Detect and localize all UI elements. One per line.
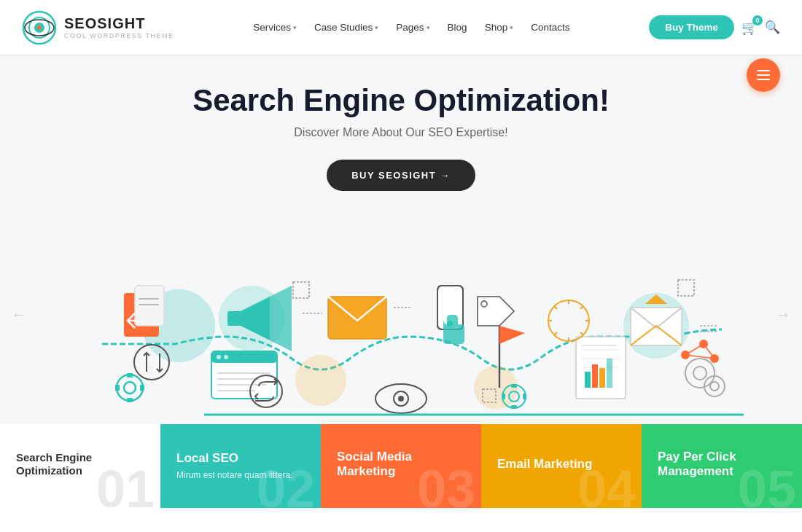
- svg-point-45: [398, 396, 404, 402]
- svg-line-83: [704, 344, 715, 359]
- svg-rect-90: [502, 394, 505, 399]
- bottom-cards: 01Search Engine Optimization02Local SEOM…: [0, 424, 802, 508]
- svg-point-61: [685, 359, 715, 388]
- svg-rect-91: [523, 394, 526, 399]
- svg-point-38: [295, 355, 346, 406]
- bottom-card-search-engine-optimization[interactable]: 01Search Engine Optimization: [0, 424, 160, 508]
- hero-cta-button[interactable]: BUY SEOSIGHT →: [327, 160, 475, 191]
- svg-marker-48: [499, 326, 525, 344]
- svg-rect-58: [592, 364, 598, 388]
- illustration-area: ← →: [0, 206, 802, 424]
- cart-badge: 0: [752, 15, 763, 26]
- services-dropdown-arrow: ▾: [293, 24, 297, 31]
- bottom-card-local-seo[interactable]: 02Local SEOMirum est notare quam littera…: [160, 424, 321, 508]
- svg-point-15: [117, 375, 143, 401]
- nav-services[interactable]: Services ▾: [246, 16, 304, 39]
- svg-rect-89: [511, 405, 517, 409]
- cart-button[interactable]: 🛒 0: [741, 20, 758, 36]
- logo-icon: [22, 10, 57, 45]
- next-slide-button[interactable]: →: [775, 305, 791, 324]
- svg-rect-18: [127, 398, 133, 402]
- svg-point-16: [124, 382, 136, 394]
- svg-rect-57: [585, 372, 591, 388]
- case-studies-dropdown-arrow: ▾: [375, 24, 378, 31]
- svg-rect-68: [678, 280, 694, 296]
- svg-rect-31: [211, 351, 277, 363]
- svg-point-33: [224, 355, 228, 359]
- bottom-card-email-marketing[interactable]: 04Email Marketing: [481, 424, 642, 508]
- svg-rect-88: [511, 384, 517, 388]
- nav-blog[interactable]: Blog: [440, 16, 475, 39]
- main-nav: Services ▾ Case Studies ▾ Pages ▾ Blog S…: [246, 16, 577, 39]
- logo-title: SEOSIGHT: [64, 15, 174, 32]
- svg-rect-21: [293, 282, 309, 298]
- logo[interactable]: SEOSIGHT COOL WORDPRESS THEME: [22, 10, 174, 45]
- svg-point-46: [474, 366, 518, 410]
- svg-line-76: [554, 332, 557, 335]
- svg-point-64: [710, 382, 719, 391]
- card-title: Search Engine Optimization: [16, 451, 144, 477]
- mobile-menu-button[interactable]: [747, 58, 780, 92]
- hero-section: Search Engine Optimization! Discover Mor…: [0, 55, 802, 206]
- hero-illustration: [0, 206, 802, 424]
- svg-point-32: [217, 355, 221, 359]
- hero-subtitle: Discover More About Our SEO Expertise!: [15, 126, 787, 139]
- nav-contacts[interactable]: Contacts: [523, 16, 577, 39]
- pages-dropdown-arrow: ▾: [427, 24, 430, 31]
- shop-dropdown-arrow: ▾: [510, 24, 513, 31]
- prev-slide-button[interactable]: ←: [11, 305, 27, 324]
- nav-shop[interactable]: Shop ▾: [478, 16, 521, 39]
- card-title: Local SEO: [176, 451, 305, 466]
- svg-line-75: [580, 332, 583, 335]
- bottom-card-pay-per-click[interactable]: 05Pay Per Click Management: [642, 424, 802, 508]
- card-title: Pay Per Click Management: [658, 450, 786, 480]
- card-title: Social Media Marketing: [337, 450, 465, 480]
- buy-theme-button[interactable]: Buy Theme: [649, 15, 734, 39]
- header: SEOSIGHT COOL WORDPRESS THEME Services ▾…: [0, 0, 802, 55]
- nav-case-studies[interactable]: Case Studies ▾: [307, 16, 386, 39]
- svg-line-74: [554, 306, 557, 309]
- svg-point-62: [693, 367, 706, 380]
- svg-rect-17: [127, 373, 133, 378]
- svg-rect-24: [227, 311, 242, 326]
- svg-rect-60: [607, 359, 612, 388]
- search-button[interactable]: 🔍: [765, 20, 780, 35]
- svg-line-82: [685, 344, 704, 355]
- hero-title: Search Engine Optimization!: [15, 84, 787, 117]
- logo-text: SEOSIGHT COOL WORDPRESS THEME: [64, 15, 174, 39]
- nav-pages[interactable]: Pages ▾: [389, 16, 437, 39]
- svg-marker-25: [270, 286, 292, 351]
- card-desc: Mirum est notare quam littera.: [176, 469, 305, 482]
- nav-actions: Buy Theme 🛒 0 🔍: [649, 15, 780, 39]
- svg-rect-20: [140, 385, 144, 391]
- card-title: Email Marketing: [497, 457, 626, 472]
- svg-rect-59: [599, 368, 605, 388]
- hamburger-icon: [757, 70, 770, 80]
- bottom-card-social-media-marketing[interactable]: 03Social Media Marketing: [321, 424, 481, 508]
- svg-line-77: [580, 306, 583, 309]
- logo-subtitle: COOL WORDPRESS THEME: [64, 32, 174, 39]
- svg-rect-19: [115, 385, 120, 391]
